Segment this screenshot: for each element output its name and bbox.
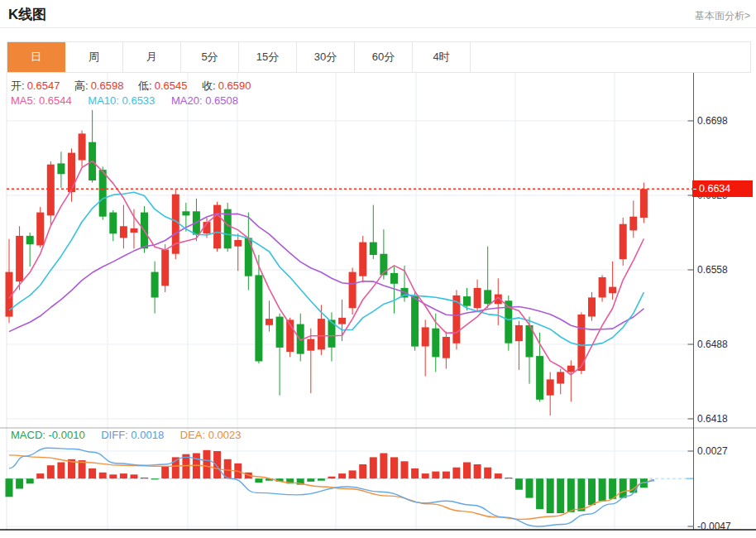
ma20-label: MA20: (171, 94, 203, 107)
tab-60min[interactable]: 60分 (355, 42, 413, 72)
y-axis-tick-1: 0.6698 (697, 115, 728, 127)
y-axis-tick-3: 0.6558 (697, 264, 728, 276)
diff-value: 0.0018 (131, 429, 164, 441)
dea-label: DEA: (180, 429, 205, 441)
ma10-value: 0.6533 (122, 94, 156, 107)
tab-5min[interactable]: 5分 (181, 42, 239, 72)
macd-axis-tick-2: -0.0047 (697, 521, 731, 532)
ma10-label: MA10: (88, 94, 119, 107)
tab-4hour[interactable]: 4时 (413, 42, 471, 72)
ma-legend: MA5: 0.6544 MA10: 0.6533 MA20: 0.6508 (11, 94, 251, 107)
y-axis-tick-5: 0.6418 (697, 413, 728, 425)
tab-15min[interactable]: 15分 (239, 42, 297, 72)
ma5-value: 0.6544 (39, 94, 72, 107)
period-tab-bar: 日 周 月 5分 15分 30分 60分 4时 (7, 41, 751, 73)
macd-legend: MACD: -0.0010 DIFF: 0.0018 DEA: 0.0023 (11, 429, 254, 441)
y-axis-tick-4: 0.6488 (697, 339, 728, 350)
open-label: 开: (11, 79, 25, 92)
tab-daily[interactable]: 日 (7, 42, 65, 72)
tab-weekly[interactable]: 周 (65, 42, 123, 72)
macd-label: MACD: (11, 429, 45, 441)
diff-label: DIFF: (101, 429, 128, 441)
ma5-label: MA5: (11, 94, 36, 107)
close-value: 0.6590 (218, 79, 251, 92)
open-value: 0.6547 (27, 79, 60, 92)
current-price-badge: 0.6634 (692, 180, 753, 197)
ma20-value: 0.6508 (205, 94, 238, 107)
kline-page: { "header": {"title": "K线图", "link": "基本… (0, 0, 756, 538)
ohlc-legend: 开:0.6547 高:0.6598 低:0.6545 收:0.6590 (11, 79, 262, 94)
dea-value: 0.0023 (208, 429, 242, 441)
tab-30min[interactable]: 30分 (297, 42, 355, 72)
close-label: 收: (202, 79, 216, 92)
macd-value: -0.0010 (49, 429, 85, 441)
high-label: 高: (74, 79, 89, 92)
tab-monthly[interactable]: 月 (123, 42, 181, 72)
macd-axis-tick-1: 0.0027 (697, 445, 728, 457)
low-value: 0.6545 (155, 79, 188, 92)
low-label: 低: (138, 79, 152, 92)
high-value: 0.6598 (91, 79, 124, 92)
